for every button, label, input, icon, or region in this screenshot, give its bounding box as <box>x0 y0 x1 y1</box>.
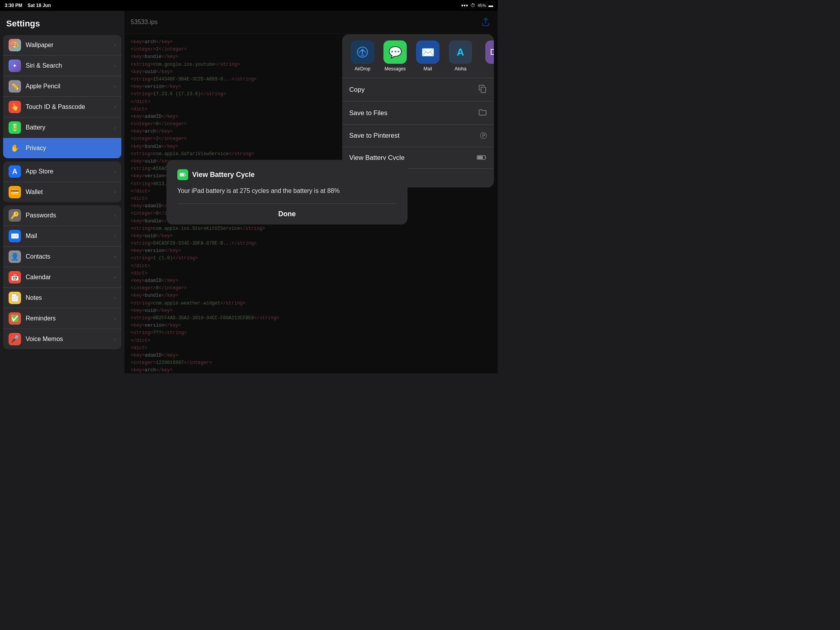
sidebar-label-privacy: Privacy <box>26 145 46 152</box>
chevron-icon: › <box>114 145 116 151</box>
sidebar-section-2: A App Store › 💳 Wallet › <box>3 161 121 202</box>
chevron-icon: › <box>114 233 116 239</box>
messages-label: Messages <box>385 66 406 72</box>
status-right: ▾▾▾ ⏱ 45% ▬ <box>461 3 493 8</box>
chevron-icon: › <box>114 169 116 174</box>
wallpaper-icon: 🎨 <box>9 39 21 51</box>
battery-cycle-icon <box>477 153 487 162</box>
sidebar-label-wallpaper: Wallpaper <box>26 42 53 49</box>
mail-share-icon: ✉️ <box>416 40 439 64</box>
share-action-save-files[interactable]: Save to Files <box>342 101 494 124</box>
content-area: 53533.ips <key>arch</key> <integer>2</in… <box>124 11 498 373</box>
battery-icon: ▬ <box>488 3 493 8</box>
sidebar: Settings 🎨 Wallpaper › ✦ Siri & Search ›… <box>0 11 124 373</box>
share-app-airdrop[interactable]: AirDrop <box>347 40 378 72</box>
sidebar-label-pencil: Apple Pencil <box>26 83 60 90</box>
sidebar-item-reminders[interactable]: ✅ Reminders › <box>3 308 121 329</box>
sidebar-label-touchid: Touch ID & Passcode <box>26 103 85 110</box>
wifi-icon: ▾▾▾ <box>461 3 468 8</box>
chevron-icon: › <box>114 275 116 280</box>
sidebar-label-notes: Notes <box>26 294 42 301</box>
sidebar-item-mail[interactable]: ✉️ Mail › <box>3 226 121 247</box>
sidebar-label-contacts: Contacts <box>26 253 50 260</box>
chevron-icon: › <box>114 336 116 342</box>
siri-icon: ✦ <box>9 60 21 72</box>
sidebar-label-siri: Siri & Search <box>26 62 62 69</box>
mail-label: Mail <box>424 66 432 72</box>
svg-rect-5 <box>180 173 184 176</box>
battery-modal-title: View Battery Cycle <box>192 171 255 179</box>
mail-icon: ✉️ <box>9 230 21 242</box>
touchid-icon: 👆 <box>9 101 21 113</box>
battery-modal: View Battery Cycle Your iPad battery is … <box>166 160 408 224</box>
share-app-messages[interactable]: 💬 Messages <box>380 40 411 72</box>
chevron-icon: › <box>114 125 116 130</box>
notes-icon: 📄 <box>9 292 21 304</box>
chevron-icon: › <box>114 104 116 110</box>
sidebar-item-battery[interactable]: 🔋 Battery › <box>3 117 121 138</box>
sidebar-label-wallet: Wallet <box>26 189 43 196</box>
sidebar-item-pencil[interactable]: ✏️ Apple Pencil › <box>3 76 121 97</box>
contacts-icon: 👤 <box>9 250 21 263</box>
battery-modal-body: Your iPad battery is at 275 cycles and t… <box>177 186 397 196</box>
sidebar-item-touchid[interactable]: 👆 Touch ID & Passcode › <box>3 97 121 117</box>
airdrop-label: AirDrop <box>355 66 371 72</box>
sidebar-item-contacts[interactable]: 👤 Contacts › <box>3 247 121 267</box>
pinterest-label: Save to Pinterest <box>349 132 399 140</box>
sidebar-label-passwords: Passwords <box>26 212 56 219</box>
status-time: 3:30 PM Sat 18 Jun <box>5 3 51 8</box>
copy-label: Copy <box>349 86 365 94</box>
calendar-icon: 📅 <box>9 271 21 284</box>
sidebar-item-privacy[interactable]: ✋ Privacy › <box>3 138 121 158</box>
messages-icon: 💬 <box>383 40 407 64</box>
sidebar-section-1: 🎨 Wallpaper › ✦ Siri & Search › ✏️ Apple… <box>3 35 121 158</box>
chevron-icon: › <box>114 189 116 195</box>
svg-rect-3 <box>478 156 483 159</box>
chevron-icon: › <box>114 42 116 48</box>
sidebar-section-3: 🔑 Passwords › ✉️ Mail › 👤 Contacts › 📅 C… <box>3 205 121 349</box>
battery-modal-icon <box>177 169 188 180</box>
reminders-icon: ✅ <box>9 312 21 325</box>
appstore-icon: A <box>9 165 21 178</box>
sidebar-item-calendar[interactable]: 📅 Calendar › <box>3 267 121 288</box>
privacy-icon: ✋ <box>9 142 21 154</box>
save-files-label: Save to Files <box>349 109 387 117</box>
wallet-icon: 💳 <box>9 186 21 198</box>
sidebar-item-siri[interactable]: ✦ Siri & Search › <box>3 56 121 76</box>
status-bar: 3:30 PM Sat 18 Jun ▾▾▾ ⏱ 45% ▬ <box>0 0 498 11</box>
share-action-pinterest[interactable]: Save to Pinterest Ⓟ <box>342 124 494 147</box>
svg-rect-1 <box>481 87 486 93</box>
sidebar-item-voicememos[interactable]: 🎤 Voice Memos › <box>3 329 121 349</box>
sidebar-item-wallet[interactable]: 💳 Wallet › <box>3 182 121 202</box>
sidebar-label-appstore: App Store <box>26 168 53 175</box>
voicememos-icon: 🎤 <box>9 333 21 345</box>
pencil-icon: ✏️ <box>9 80 21 93</box>
sidebar-label-battery: Battery <box>26 124 46 131</box>
sidebar-label-calendar: Calendar <box>26 274 51 281</box>
passwords-icon: 🔑 <box>9 209 21 222</box>
sidebar-item-appstore[interactable]: A App Store › <box>3 161 121 182</box>
chevron-icon: › <box>114 295 116 301</box>
chevron-icon: › <box>114 254 116 259</box>
share-app-mail[interactable]: ✉️ Mail <box>412 40 443 72</box>
clock-icon: ⏱ <box>471 3 475 8</box>
chevron-icon: › <box>114 84 116 89</box>
sidebar-label-mail: Mail <box>26 233 37 240</box>
pinterest-icon: Ⓟ <box>480 131 487 140</box>
sidebar-label-voicememos: Voice Memos <box>26 336 63 343</box>
share-action-copy[interactable]: Copy <box>342 78 494 101</box>
battery-icon: 🔋 <box>9 121 21 134</box>
sidebar-item-wallpaper[interactable]: 🎨 Wallpaper › <box>3 35 121 56</box>
sidebar-item-notes[interactable]: 📄 Notes › <box>3 288 121 308</box>
battery-level: 45% <box>478 3 486 8</box>
airdrop-icon <box>351 40 374 64</box>
partial-app-icon: D <box>485 40 494 64</box>
main-layout: Settings 🎨 Wallpaper › ✦ Siri & Search ›… <box>0 11 498 373</box>
share-app-aloha[interactable]: A Aloha <box>445 40 476 72</box>
battery-modal-done-button[interactable]: Done <box>177 204 397 224</box>
sidebar-label-reminders: Reminders <box>26 315 56 322</box>
folder-icon <box>478 108 487 118</box>
sidebar-item-passwords[interactable]: 🔑 Passwords › <box>3 205 121 226</box>
aloha-label: Aloha <box>455 66 467 72</box>
chevron-icon: › <box>114 316 116 321</box>
